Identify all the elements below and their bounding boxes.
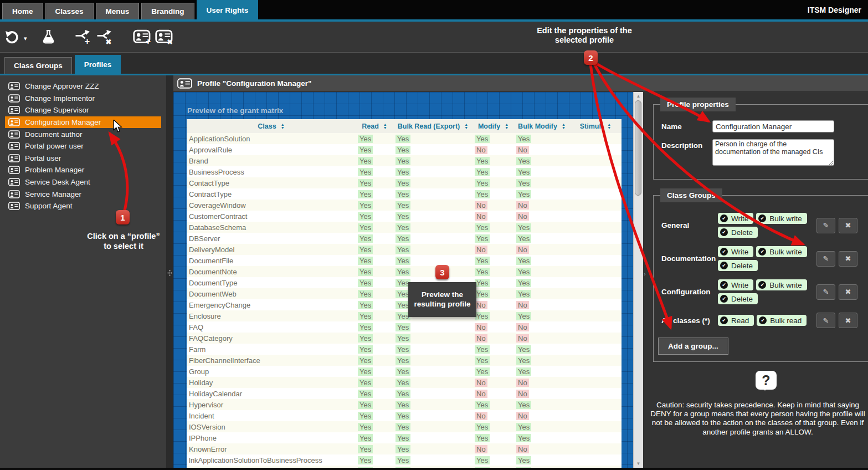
column-header-bulk-modify[interactable]: Bulk Modify▲▼ — [514, 119, 569, 133]
profile-item-label: Problem Manager — [25, 166, 84, 174]
sort-icon[interactable]: ▲▼ — [464, 123, 468, 129]
remove-group-button[interactable]: ✖ — [839, 251, 857, 267]
profile-item-portal-user[interactable]: Portal user — [5, 152, 161, 165]
nav-tab-classes[interactable]: Classes — [45, 3, 94, 19]
grant-cell — [569, 366, 622, 377]
grant-cell: Yes — [356, 288, 393, 299]
table-row: DBServerYesYesYesYes — [187, 233, 622, 244]
sidebar-collapse-handle-icon[interactable] — [167, 268, 172, 278]
panel-collapse-handle-icon[interactable]: › — [644, 270, 646, 277]
class-name-cell: ContactType — [187, 177, 356, 188]
table-row: ContactTypeYesYesYesYes — [187, 177, 622, 188]
grant-cell — [569, 188, 622, 200]
profile-item-change-supervisor[interactable]: Change Supervisor — [5, 104, 161, 116]
remove-group-button[interactable]: ✖ — [839, 218, 857, 233]
nav-tab-user-rights[interactable]: User Rights — [197, 0, 259, 19]
table-row: FAQCategoryYesYesNoNo — [187, 333, 622, 344]
column-header-bulk-read-export[interactable]: Bulk Read (Export)▲▼ — [393, 119, 472, 133]
grant-cell: Yes — [472, 166, 514, 177]
matrix-scrollbar[interactable]: ▲ ▼ — [633, 92, 643, 468]
column-header-read[interactable]: Read▲▼ — [356, 119, 393, 133]
table-row: FarmYesYesYesYes — [187, 344, 622, 355]
undo-button[interactable] — [4, 30, 19, 44]
sort-icon[interactable]: ▲▼ — [383, 123, 387, 129]
check-icon: ✔ — [720, 228, 728, 236]
nav-tab-home[interactable]: Home — [2, 3, 43, 19]
profile-item-problem-manager[interactable]: Problem Manager — [5, 164, 161, 176]
add-profile-button[interactable]: + — [133, 29, 152, 45]
description-field[interactable]: Person in charge of the documentation of… — [712, 139, 834, 166]
column-header-class[interactable]: Class▲▼ — [187, 119, 356, 133]
grant-badge-bulk-write: ✔Bulk write — [756, 279, 807, 290]
sort-icon[interactable]: ▲▼ — [505, 123, 509, 129]
grant-cell: No — [514, 321, 569, 333]
grant-cell: Yes — [472, 288, 514, 299]
sort-icon[interactable]: ▲▼ — [281, 123, 285, 129]
grant-cell: Yes — [356, 177, 393, 188]
grant-cell — [569, 133, 622, 144]
grant-cell — [569, 421, 622, 432]
profile-item-configuration-manager[interactable]: Configuration Manager — [5, 116, 161, 129]
class-group-row-configuration: Configuration✔Write✔Bulk write✔Delete✎✖ — [661, 279, 868, 304]
grant-cell: Yes — [393, 233, 472, 244]
grant-cell — [569, 333, 622, 344]
class-name-cell: CustomerContract — [187, 211, 356, 222]
grant-cell: Yes — [472, 222, 514, 233]
grant-cell: Yes — [356, 266, 393, 277]
table-row: DatabaseSchemaYesYesYesYes — [187, 222, 622, 233]
grant-cell: Yes — [514, 255, 569, 266]
scrollbar-up-icon[interactable]: ▲ — [634, 94, 643, 99]
edit-group-button[interactable]: ✎ — [816, 251, 835, 267]
column-header-modify[interactable]: Modify▲▼ — [472, 119, 514, 133]
delete-profile-button[interactable]: ✖ — [155, 29, 174, 45]
profile-item-label: Service Desk Agent — [25, 178, 90, 186]
profile-panel-title: Profile "Configuration Manager" — [197, 79, 311, 88]
remove-group-button[interactable]: ✖ — [839, 313, 857, 328]
grant-cell: Yes — [393, 299, 472, 310]
remove-group-button[interactable]: ✖ — [839, 284, 857, 300]
grant-cell: Yes — [393, 410, 472, 421]
edit-group-button[interactable]: ✎ — [816, 313, 835, 328]
grant-badge-write: ✔Write — [718, 213, 753, 224]
table-row: CustomerContractYesYesNoNo — [187, 211, 622, 222]
edit-group-button[interactable]: ✎ — [816, 284, 835, 300]
transition-remove-icon: ✖ — [96, 29, 114, 45]
edit-group-button[interactable]: ✎ — [816, 218, 835, 233]
grant-cell: Yes — [393, 454, 472, 466]
sort-icon[interactable]: ▲▼ — [607, 123, 611, 129]
remove-transition-button[interactable]: ✖ — [96, 29, 114, 45]
class-name-cell: DocumentWeb — [187, 288, 356, 299]
profile-item-change-approver-zzz[interactable]: Change Approver ZZZ — [5, 80, 161, 93]
profile-item-service-manager[interactable]: Service Manager — [5, 188, 161, 200]
profile-item-service-desk-agent[interactable]: Service Desk Agent — [5, 176, 161, 188]
scrollbar-thumb[interactable] — [635, 100, 641, 196]
add-group-button[interactable]: Add a group... — [658, 338, 728, 355]
profile-item-document-author[interactable]: Document author — [5, 128, 161, 140]
profile-item-support-agent[interactable]: Support Agent — [5, 200, 161, 212]
grant-cell — [569, 255, 622, 266]
add-transition-button[interactable]: + — [74, 29, 93, 45]
grant-cell — [569, 177, 622, 188]
grant-cell: Yes — [514, 399, 569, 410]
simulate-button[interactable] — [42, 29, 55, 44]
grant-cell: Yes — [356, 277, 393, 288]
profile-add-icon: + — [133, 29, 152, 45]
nav-tab-branding[interactable]: Branding — [141, 3, 194, 19]
name-field[interactable] — [712, 120, 834, 132]
profile-card-icon — [8, 202, 20, 210]
profile-item-label: Support Agent — [25, 202, 73, 210]
profile-item-portal-power-user[interactable]: Portal power user — [5, 140, 161, 152]
sub-tab-class-groups[interactable]: Class Groups — [4, 57, 72, 74]
class-name-cell: FiberChannelInterface — [187, 355, 356, 366]
nav-tab-menus[interactable]: Menus — [96, 3, 140, 19]
sidebar-splitter[interactable] — [166, 75, 173, 468]
sub-tab-profiles[interactable]: Profiles — [75, 55, 121, 74]
column-label: Stimuli — [580, 122, 603, 130]
sort-icon[interactable]: ▲▼ — [562, 123, 566, 129]
class-group-row-general: General✔Write✔Bulk write✔Delete✎✖ — [661, 213, 868, 238]
grant-cell: Yes — [356, 188, 393, 200]
profile-item-change-implementor[interactable]: Change Implementor — [5, 93, 161, 105]
column-header-stimuli[interactable]: Stimuli▲▼ — [569, 119, 622, 133]
scrollbar-down-icon[interactable]: ▼ — [634, 461, 643, 466]
undo-dropdown-caret-icon[interactable]: ▾ — [24, 35, 27, 42]
